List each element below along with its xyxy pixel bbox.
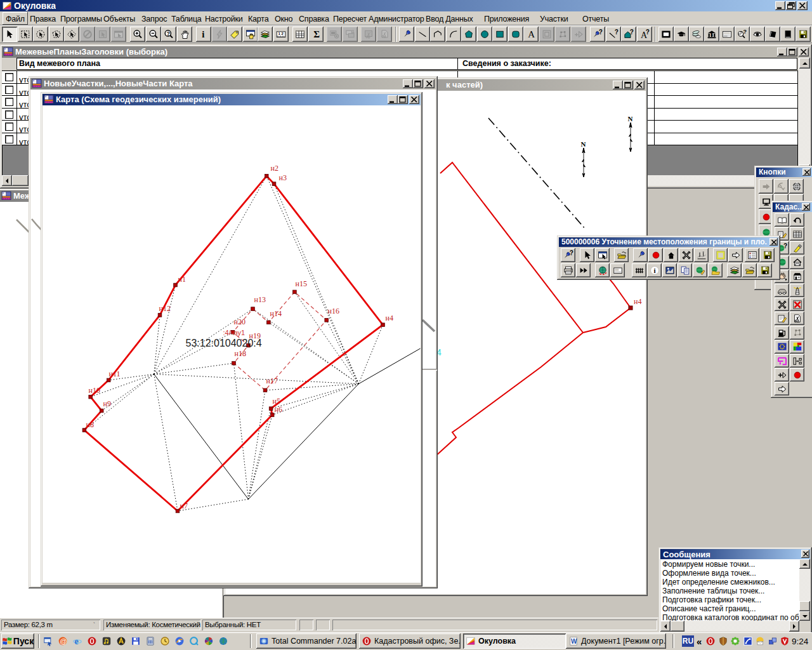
folder-arrow-button[interactable] [614,248,629,262]
save-disk-button[interactable] [760,248,775,262]
pin-question-button[interactable]: ? [561,248,575,262]
form-card-button[interactable] [719,27,735,42]
menu-справка[interactable]: Справка [296,12,332,25]
task-button-oku[interactable]: Окуловка [463,633,566,649]
quicklaunch-show-desktop[interactable] [43,636,53,646]
btn-arrow-gray-button[interactable] [759,179,773,194]
add-node-button[interactable] [571,27,586,42]
window-parts-close-button[interactable] [634,81,645,90]
quicklaunch-opera[interactable] [87,636,97,646]
coins-button[interactable] [689,27,704,42]
page-black-button[interactable] [780,27,796,42]
fast-forward-button[interactable] [576,263,591,277]
new-browser-button[interactable] [292,27,308,42]
menu-объекты[interactable]: Объекты [100,12,138,25]
info-tool-button[interactable]: i [196,27,211,42]
window-browser-close-button[interactable] [799,48,809,56]
menu-ввод-данных[interactable]: Ввод Данных [422,12,476,25]
info-circle-button[interactable]: i [647,263,662,277]
window-novye-maximize-button[interactable] [413,79,423,88]
row-checkbox[interactable] [5,73,13,81]
quicklaunch-winamp[interactable] [102,636,112,646]
globe-folder-button[interactable] [708,263,723,277]
clip-page-button[interactable] [377,27,392,42]
quicklaunch-antivir-a[interactable] [116,636,126,646]
clip-region-button[interactable] [361,27,376,42]
row-checkbox[interactable] [5,110,13,119]
form-table-button[interactable] [745,248,759,262]
tray-chevron[interactable]: « [697,635,704,647]
window-novye-minimize-button[interactable] [403,79,413,88]
highlighter-button[interactable] [790,241,804,255]
ruler-button[interactable]: 1 2 [273,27,289,42]
satellite-button[interactable] [774,179,789,194]
menu-окно[interactable]: Окно [272,12,296,25]
draw-ellipse-button[interactable] [477,27,492,42]
draw-rect-button[interactable] [492,27,508,42]
invert-selection-button[interactable] [95,27,110,42]
drag-map-window-button[interactable] [243,27,258,42]
globe-dark-button[interactable] [789,179,804,194]
car-button[interactable] [775,284,789,297]
window-parts-minimize-button[interactable] [613,81,623,90]
quicklaunch-ie[interactable]: e [72,636,82,646]
save-disk-button[interactable] [757,263,772,277]
browser-vscrollbar[interactable] [798,58,810,175]
globe-pencil-button[interactable] [693,263,707,277]
app-close-button[interactable] [797,1,808,10]
lighthouse-button[interactable] [790,284,804,297]
tray-msg-yellow[interactable] [755,636,765,646]
panel-kadastr-title-bar[interactable]: Кадас... [773,202,812,212]
tray-shield-brown[interactable] [718,636,728,646]
book-black-button[interactable] [765,27,780,42]
statistics-sigma-button[interactable]: Σ [308,27,324,42]
yellow-square-button[interactable] [713,248,728,262]
window-browser-title-bar[interactable]: МежевыеПланыЗаголовки (выборка) [2,46,810,58]
menu-отчеты[interactable]: Отчеты [579,12,612,25]
tray-shield-v[interactable] [780,636,790,646]
fuel-pump-button[interactable] [775,326,789,340]
draw-polyline-button[interactable] [430,27,445,42]
layer-control-button[interactable] [258,27,273,42]
house-black-button[interactable] [664,248,678,262]
red-x-box-button[interactable] [790,298,804,311]
quicklaunch-wmp[interactable] [174,636,185,646]
maze-button[interactable] [775,354,789,368]
quicklaunch-clock-gold[interactable] [160,636,170,646]
select-window-button[interactable] [595,248,610,262]
window-karta-maximize-button[interactable] [398,95,408,104]
draw-rrect-button[interactable] [508,27,523,42]
terrain-pins-button[interactable] [694,248,709,262]
hscroll-thumb[interactable] [12,175,29,186]
window-karta-title-bar[interactable]: Карта (Схема геодезических измерений) [43,94,421,105]
window-browser-maximize-button[interactable] [787,48,797,56]
menu-правка[interactable]: Правка [27,12,59,25]
rails-button[interactable] [632,263,646,277]
karta-map-content[interactable]: н1н2н3н4н5н6н7н8н9н10н11н12н13н14н15н16н… [43,105,421,583]
menu-карта[interactable]: Карта [245,12,272,25]
rail-x-button[interactable] [775,298,789,311]
pin-blue-button[interactable] [633,248,648,262]
tray-language-indicator[interactable]: RU [682,635,694,647]
window-messages-title-bar[interactable]: Сообщения [660,549,810,559]
undo-arrow-button[interactable] [790,213,804,227]
task-button-word[interactable]: WДокумент1 [Режим огр... [566,633,666,649]
arrow-plus-button[interactable] [775,368,789,381]
globe-refresh-button[interactable] [595,263,610,277]
hscroll-left-arrow[interactable] [2,175,12,186]
messages-vscrollbar[interactable] [799,559,810,621]
start-button[interactable]: Пуск [1,633,34,649]
panel-kadastr-close-button[interactable] [802,203,810,211]
window-browser-minimize-button[interactable] [777,48,787,56]
sel-poly-button[interactable] [64,27,79,42]
menu-администратор[interactable]: Администратор [365,12,428,25]
zoom-question-button[interactable]: ? [161,27,176,42]
messages-hscroll-left[interactable] [660,621,671,632]
map-window-blue-button[interactable] [662,263,677,277]
hotlink-button[interactable] [212,27,227,42]
messages-hscroll-right[interactable] [789,621,799,632]
menu-программы[interactable]: Программы [57,12,105,25]
tetris-button[interactable] [790,340,804,354]
quicklaunch-picasa[interactable] [204,636,214,646]
panel-utochnenie-close-button[interactable] [769,238,778,246]
